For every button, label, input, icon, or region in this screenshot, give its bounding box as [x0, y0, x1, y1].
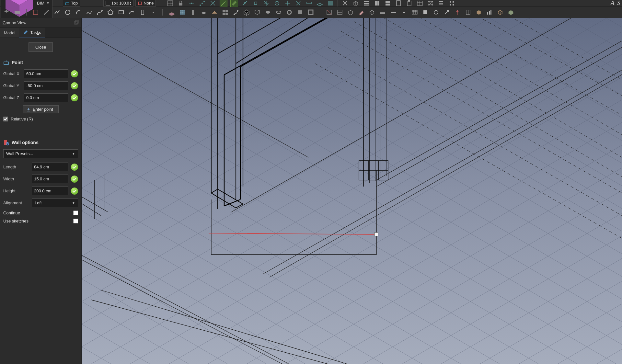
- arrow-icon[interactable]: [443, 8, 451, 16]
- global-y-input[interactable]: [24, 81, 68, 90]
- box3d-icon[interactable]: [475, 8, 483, 16]
- chart-icon[interactable]: [486, 8, 493, 16]
- snap-lock-icon[interactable]: [177, 0, 185, 7]
- stairs-icon[interactable]: [232, 8, 240, 16]
- close-button[interactable]: Close: [29, 42, 53, 52]
- clipboard-icon[interactable]: [405, 0, 413, 7]
- panel-icon[interactable]: [296, 8, 304, 16]
- cube2-icon[interactable]: [421, 8, 429, 16]
- snap-intersection-icon[interactable]: [209, 0, 217, 7]
- check-icon[interactable]: [71, 188, 78, 195]
- stack-icon-2[interactable]: [373, 0, 381, 7]
- door-icon[interactable]: [139, 8, 146, 16]
- continue-checkbox[interactable]: [73, 210, 78, 215]
- rotate-icon[interactable]: [432, 8, 440, 16]
- plan-icon[interactable]: [336, 8, 344, 16]
- curtainwall-icon[interactable]: [179, 8, 186, 16]
- snap-toggle-grid-icon[interactable]: [327, 0, 334, 7]
- snap-near-icon[interactable]: [252, 0, 259, 7]
- relative-checkbox[interactable]: [3, 117, 8, 121]
- polygon-icon[interactable]: [107, 8, 114, 16]
- eraser-icon[interactable]: [357, 8, 365, 16]
- bezier-icon[interactable]: [96, 8, 104, 16]
- arc3pt-icon[interactable]: [128, 8, 136, 16]
- section-icon[interactable]: [325, 8, 333, 16]
- shape2-icon[interactable]: [275, 8, 282, 16]
- stack-icon-3[interactable]: [384, 0, 392, 7]
- rectangle-icon[interactable]: [117, 8, 125, 16]
- width-input[interactable]: [32, 175, 68, 183]
- check-icon[interactable]: [71, 70, 78, 77]
- structure-icon[interactable]: [253, 8, 261, 16]
- more-icon[interactable]: [149, 8, 157, 16]
- snap-ortho-icon[interactable]: [262, 0, 270, 7]
- snap-extension-icon[interactable]: [220, 0, 227, 7]
- detach-icon[interactable]: [74, 20, 79, 26]
- enter-point-button[interactable]: Enter point: [23, 105, 59, 113]
- shape3-icon[interactable]: [285, 8, 293, 16]
- snap-workingplane-icon[interactable]: [316, 0, 324, 7]
- snap-endpoint-icon[interactable]: [294, 0, 302, 7]
- pin-icon[interactable]: [454, 8, 461, 16]
- box-icon[interactable]: [352, 0, 360, 7]
- working-plane-selector[interactable]: Top: [63, 0, 80, 6]
- stack-icon-1[interactable]: [363, 0, 370, 7]
- alignment-combo[interactable]: Left ▼: [32, 199, 78, 207]
- slab-icon[interactable]: [200, 8, 208, 16]
- spline-icon[interactable]: [85, 8, 93, 16]
- global-z-input[interactable]: [24, 93, 68, 102]
- polyline-icon[interactable]: [53, 8, 61, 16]
- wall-presets-combo[interactable]: Wall Presets... ▼: [3, 149, 78, 158]
- sketch-icon[interactable]: [32, 8, 40, 16]
- space-icon[interactable]: [243, 8, 250, 16]
- style-field[interactable]: 1p▴▾ 100.0▴▾: [103, 0, 133, 6]
- check-icon[interactable]: [71, 94, 78, 101]
- snap-special-icon[interactable]: [241, 0, 249, 7]
- network-icon[interactable]: [427, 0, 434, 7]
- level-icon[interactable]: [379, 8, 386, 16]
- page-icon[interactable]: [395, 0, 402, 7]
- use-sketches-checkbox[interactable]: [73, 219, 78, 223]
- snap-parallel-icon[interactable]: [230, 0, 238, 7]
- cube-icon[interactable]: [368, 8, 376, 16]
- grid-icon[interactable]: [448, 0, 456, 7]
- spreadsheet-icon[interactable]: [416, 0, 424, 7]
- check-icon[interactable]: [71, 82, 78, 89]
- arc-icon[interactable]: [75, 8, 82, 16]
- length-input[interactable]: [32, 163, 68, 171]
- global-x-input[interactable]: [24, 69, 68, 78]
- list-icon[interactable]: [437, 0, 445, 7]
- package-icon[interactable]: [496, 8, 504, 16]
- tab-tasks[interactable]: Tasks: [19, 28, 45, 38]
- snap-midpoint-icon[interactable]: [188, 0, 195, 7]
- cut-icon[interactable]: [341, 0, 349, 7]
- snap-angle-icon[interactable]: [284, 0, 292, 7]
- dropdown-icon[interactable]: [400, 8, 408, 16]
- shape1-icon[interactable]: [264, 8, 272, 16]
- shape-icon[interactable]: [3, 8, 10, 16]
- 3d-viewport[interactable]: [82, 18, 622, 364]
- h-line-icon[interactable]: [389, 8, 397, 16]
- container-icon[interactable]: [507, 8, 515, 16]
- iso-icon[interactable]: [347, 8, 354, 16]
- snap-grid-icon[interactable]: [166, 0, 174, 7]
- window-icon[interactable]: [221, 8, 229, 16]
- snap-perpendicular-icon[interactable]: [198, 0, 206, 7]
- frame-icon[interactable]: [307, 8, 315, 16]
- check-icon[interactable]: [71, 176, 78, 183]
- circle-icon[interactable]: [64, 8, 72, 16]
- line-icon[interactable]: [42, 8, 50, 16]
- relative-label: Relative (R): [11, 117, 33, 121]
- autogroup-field[interactable]: None: [135, 0, 156, 6]
- tab-model[interactable]: Model: [0, 28, 19, 38]
- check-icon[interactable]: [71, 164, 78, 171]
- roof-icon[interactable]: [211, 8, 218, 16]
- wall-icon[interactable]: [168, 8, 176, 16]
- book-icon[interactable]: [464, 8, 472, 16]
- folder-icon[interactable]: [13, 8, 21, 16]
- snap-dimensions-icon[interactable]: [305, 0, 313, 7]
- height-input[interactable]: [32, 187, 68, 195]
- snap-center-icon[interactable]: [273, 0, 281, 7]
- table-icon[interactable]: [411, 8, 419, 16]
- column-icon[interactable]: [189, 8, 197, 16]
